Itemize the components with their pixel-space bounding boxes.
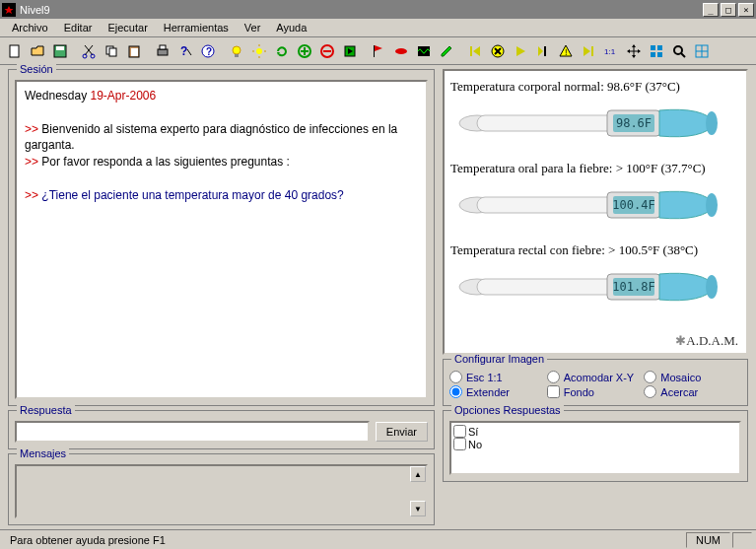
close-button[interactable]: × — [738, 3, 754, 17]
svg-marker-45 — [584, 46, 590, 56]
svg-marker-53 — [638, 49, 641, 53]
thermometer-3: Temperatura rectal con fiebre: > 100.5°F… — [450, 242, 740, 316]
zoom-icon[interactable] — [668, 40, 690, 62]
open-icon[interactable] — [27, 40, 48, 62]
scale11-icon[interactable]: 1:1 — [600, 40, 622, 62]
radio-acercar[interactable]: Acercar — [644, 384, 741, 399]
svg-rect-9 — [131, 48, 138, 56]
refresh-icon[interactable] — [271, 40, 293, 62]
welcome-line1: Bienvenido al sistema experto para diagn… — [25, 122, 397, 153]
session-group: Sesión Wednesday 19-Apr-2006 >> Bienveni… — [8, 69, 435, 406]
remove-icon[interactable] — [316, 40, 338, 62]
therm1-value: 98.6F — [616, 116, 652, 130]
respuesta-group: Respuesta Enviar — [8, 410, 435, 449]
print-icon[interactable] — [152, 40, 173, 62]
menu-ver[interactable]: Ver — [237, 20, 269, 35]
opciones-list[interactable]: Sí No — [449, 421, 741, 475]
svg-point-72 — [706, 193, 718, 217]
svg-rect-11 — [160, 45, 166, 49]
session-text[interactable]: Wednesday 19-Apr-2006 >> Bienvenido al s… — [15, 80, 428, 399]
therm1-label: Temperatura corporal normal: 98.6°F (37°… — [450, 79, 740, 95]
paste-icon[interactable] — [123, 40, 145, 62]
thermometer-icon: 101.8F — [450, 260, 740, 314]
flag-icon[interactable] — [368, 40, 389, 62]
svg-rect-56 — [651, 52, 655, 57]
wave-icon[interactable] — [413, 40, 435, 62]
svg-rect-35 — [470, 46, 472, 56]
sun-icon[interactable] — [248, 40, 270, 62]
therm2-value: 100.4F — [612, 198, 654, 212]
svg-marker-40 — [516, 46, 525, 56]
menu-ayuda[interactable]: Ayuda — [268, 20, 314, 35]
last-icon[interactable] — [578, 40, 599, 62]
svg-marker-41 — [538, 46, 543, 56]
status-bar: Para obtener ayuda presione F1 NUM — [0, 529, 756, 549]
grid1-icon[interactable] — [646, 40, 667, 62]
menu-herramientas[interactable]: Herramientas — [156, 20, 237, 35]
nav1-icon[interactable] — [532, 40, 554, 62]
adam-logo: ✱A.D.A.M. — [675, 333, 738, 349]
session-date: 19-Apr- — [91, 89, 130, 103]
opciones-group: Opciones Respuestas Sí No — [443, 410, 748, 482]
new-icon[interactable] — [4, 40, 26, 62]
title-bar: Nivel9 _ □ × — [0, 0, 756, 19]
option-no[interactable]: No — [453, 438, 737, 450]
radio-extender[interactable]: Extender — [449, 384, 547, 399]
scroll-up-icon[interactable]: ▲ — [410, 466, 426, 482]
scrollbar[interactable]: ▲ ▼ — [410, 466, 426, 516]
svg-marker-52 — [627, 49, 630, 53]
bulb-icon[interactable] — [226, 40, 247, 62]
grid2-icon[interactable] — [691, 40, 713, 62]
radio-esc11[interactable]: Esc 1:1 — [449, 370, 547, 384]
mensajes-group: Mensajes ▲ ▼ — [8, 453, 435, 525]
cut-icon[interactable] — [78, 40, 100, 62]
save-icon[interactable] — [49, 40, 71, 62]
svg-text:1:1: 1:1 — [604, 47, 616, 56]
svg-rect-3 — [56, 46, 64, 50]
left-column: Sesión Wednesday 19-Apr-2006 >> Bienveni… — [8, 69, 435, 525]
minimize-button[interactable]: _ — [703, 3, 719, 17]
radio-acomodar[interactable]: Acomodar X-Y — [547, 370, 645, 384]
status-help: Para obtener ayuda presione F1 — [4, 532, 682, 548]
check-fondo[interactable]: Fondo — [547, 384, 645, 399]
svg-point-67 — [706, 111, 718, 135]
copy-icon[interactable] — [101, 40, 122, 62]
svg-marker-51 — [632, 55, 636, 58]
right-column: Temperatura corporal normal: 98.6°F (37°… — [443, 69, 748, 525]
stop2-icon[interactable] — [487, 40, 509, 62]
move-icon[interactable] — [623, 40, 645, 62]
menu-editar[interactable]: Editar — [56, 20, 101, 35]
enviar-button[interactable]: Enviar — [376, 422, 428, 442]
radio-mosaico[interactable]: Mosaico — [644, 370, 741, 384]
image-panel: Temperatura corporal normal: 98.6°F (37°… — [443, 69, 748, 355]
respuesta-input[interactable] — [15, 421, 370, 443]
option-si[interactable]: Sí — [453, 425, 737, 438]
svg-point-15 — [233, 46, 241, 54]
svg-rect-7 — [109, 48, 116, 56]
play-icon[interactable] — [510, 40, 531, 62]
svg-rect-1 — [10, 45, 19, 57]
maximize-button[interactable]: □ — [721, 3, 736, 17]
window-title: Nivel9 — [20, 4, 701, 16]
session-year: 2006 — [130, 89, 157, 103]
add-icon[interactable] — [294, 40, 315, 62]
scroll-down-icon[interactable]: ▼ — [410, 501, 426, 516]
toolbar: ? ? ! 1:1 — [0, 37, 756, 65]
pencil-icon[interactable] — [436, 40, 457, 62]
therm3-value: 101.8F — [612, 280, 654, 294]
app-icon — [2, 3, 16, 17]
svg-text:?: ? — [180, 44, 187, 58]
mensajes-area[interactable]: ▲ ▼ — [15, 464, 428, 518]
svg-rect-57 — [657, 52, 662, 57]
first-icon[interactable] — [464, 40, 486, 62]
menu-ejecutar[interactable]: Ejecutar — [100, 20, 155, 35]
warn-icon[interactable]: ! — [555, 40, 577, 62]
svg-point-17 — [256, 48, 262, 54]
help-icon[interactable]: ? — [174, 40, 196, 62]
about-icon[interactable]: ? — [197, 40, 219, 62]
stop-icon[interactable] — [339, 40, 361, 62]
lips-icon[interactable] — [390, 40, 412, 62]
thermometer-icon: 98.6F — [450, 97, 740, 151]
menu-archivo[interactable]: Archivo — [4, 20, 56, 35]
svg-rect-42 — [544, 46, 546, 56]
